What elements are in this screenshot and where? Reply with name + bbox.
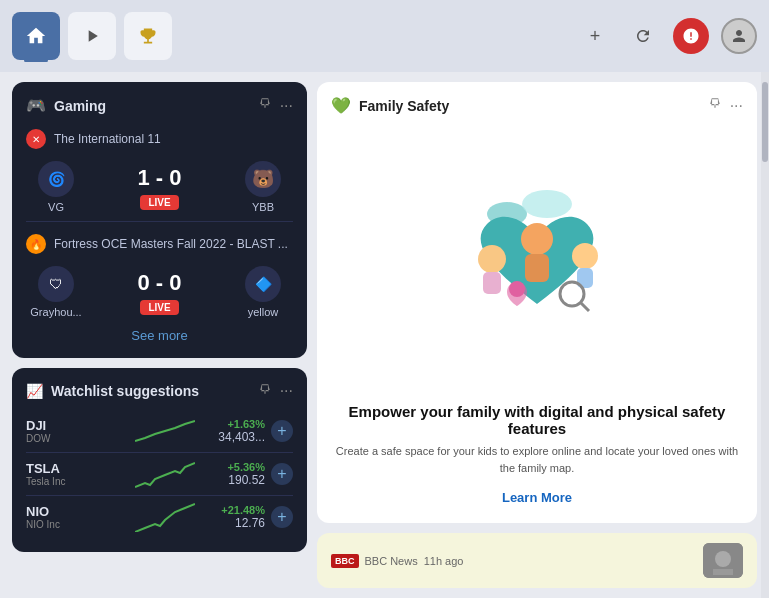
tournament-2-name: Fortress OCE Masters Fall 2022 - BLAST .… (54, 237, 288, 251)
team-grayhound-name: Grayhou... (30, 306, 81, 318)
svg-point-4 (521, 223, 553, 255)
match-1-row: 🌀 VG 1 - 0 LIVE 🐻 YBB (26, 161, 293, 213)
stock-row-nio: NIO NIO Inc +21.48% 12.76 + (26, 496, 293, 538)
watchlist-more-button[interactable]: ··· (280, 382, 293, 400)
stock-chart-tsla (135, 459, 195, 489)
add-stock-nio-button[interactable]: + (271, 506, 293, 528)
topbar: + (0, 0, 769, 72)
team-ybb-logo: 🐻 (245, 161, 281, 197)
team-ybb: 🐻 YBB (233, 161, 293, 213)
stock-price-dji: 34,403... (195, 430, 265, 444)
svg-rect-13 (713, 569, 733, 575)
account-button[interactable] (721, 18, 757, 54)
match-1-live-badge: LIVE (140, 195, 178, 210)
family-svg (437, 184, 637, 334)
gaming-icon: 🎮 (26, 96, 46, 115)
match-2-score: 0 - 0 (137, 270, 181, 296)
news-source-label: BBC News (365, 555, 418, 567)
match-1-score: 1 - 0 (137, 165, 181, 191)
svg-point-12 (715, 551, 731, 567)
tournament-1-name: The International 11 (54, 132, 161, 146)
stock-right-nio: +21.48% 12.76 (195, 504, 265, 530)
add-tab-button[interactable]: + (577, 18, 613, 54)
team-vg-name: VG (48, 201, 64, 213)
tournament-1-row: ✕ The International 11 (26, 125, 293, 153)
left-column: 🎮 Gaming ··· ✕ The International 11 🌀 VG (12, 82, 307, 588)
svg-point-2 (478, 245, 506, 273)
team-ybb-name: YBB (252, 201, 274, 213)
news-source: BBC BBC News 11h ago (331, 554, 463, 568)
family-pin-button[interactable] (708, 97, 722, 114)
tournament-2-icon: 🔥 (26, 234, 46, 254)
match-2-live-badge: LIVE (140, 300, 178, 315)
stock-right-tsla: +5.36% 190.52 (195, 461, 265, 487)
news-time: 11h ago (424, 555, 464, 567)
stock-price-tsla: 190.52 (195, 473, 265, 487)
watchlist-icon: 📈 (26, 383, 43, 399)
svg-point-6 (572, 243, 598, 269)
stock-ticker-tsla: TSLA (26, 461, 135, 476)
stock-ticker-nio: NIO (26, 504, 135, 519)
team-yellow-name: yellow (248, 306, 279, 318)
family-more-button[interactable]: ··· (730, 97, 743, 115)
stock-info-nio: NIO NIO Inc (26, 504, 135, 530)
family-safety-title: Family Safety (359, 98, 700, 114)
tab-home[interactable] (12, 12, 60, 60)
add-stock-tsla-button[interactable]: + (271, 463, 293, 485)
stock-change-dji: +1.63% (195, 418, 265, 430)
stock-chart-nio (135, 502, 195, 532)
svg-rect-5 (525, 254, 549, 282)
gaming-card-header: 🎮 Gaming ··· (26, 96, 293, 115)
gaming-title: Gaming (54, 98, 250, 114)
learn-more-button[interactable]: Learn More (502, 486, 572, 509)
team-grayhound: 🛡 Grayhou... (26, 266, 86, 318)
refresh-button[interactable] (625, 18, 661, 54)
family-description: Create a safe space for your kids to exp… (331, 443, 743, 476)
gaming-card: 🎮 Gaming ··· ✕ The International 11 🌀 VG (12, 82, 307, 358)
stock-row-dji: DJI DOW +1.63% 34,403... + (26, 410, 293, 453)
stock-info-tsla: TSLA Tesla Inc (26, 461, 135, 487)
scrollbar[interactable] (761, 72, 769, 598)
gaming-pin-button[interactable] (258, 97, 272, 114)
team-vg-logo: 🌀 (38, 161, 74, 197)
tournament-1-icon: ✕ (26, 129, 46, 149)
match-2-row: 🛡 Grayhou... 0 - 0 LIVE 🔷 yellow (26, 266, 293, 318)
scrollbar-thumb (762, 82, 768, 162)
svg-point-1 (522, 190, 572, 218)
bbc-logo: BBC (331, 554, 359, 568)
see-more-button[interactable]: See more (26, 328, 293, 343)
family-safety-icon: 💚 (331, 96, 351, 115)
stock-exchange-nio: NIO Inc (26, 519, 135, 530)
right-column: 💚 Family Safety ··· (317, 82, 757, 588)
watchlist-title: Watchlist suggestions (51, 383, 250, 399)
add-stock-dji-button[interactable]: + (271, 420, 293, 442)
tournament-2-row: 🔥 Fortress OCE Masters Fall 2022 - BLAST… (26, 230, 293, 258)
team-vg: 🌀 VG (26, 161, 86, 213)
stock-price-nio: 12.76 (195, 516, 265, 530)
family-illustration (331, 125, 743, 393)
watchlist-card: 📈 Watchlist suggestions ··· DJI DOW +1.6… (12, 368, 307, 552)
news-card[interactable]: BBC BBC News 11h ago (317, 533, 757, 588)
stock-change-nio: +21.48% (195, 504, 265, 516)
stock-change-tsla: +5.36% (195, 461, 265, 473)
stock-row-tsla: TSLA Tesla Inc +5.36% 190.52 + (26, 453, 293, 496)
tab-trophy[interactable] (124, 12, 172, 60)
family-card-header: 💚 Family Safety ··· (331, 96, 743, 115)
family-heading: Empower your family with digital and phy… (331, 403, 743, 437)
team-yellow: 🔷 yellow (233, 266, 293, 318)
stock-chart-dji (135, 416, 195, 446)
svg-line-10 (580, 302, 589, 311)
notification-button[interactable] (673, 18, 709, 54)
family-safety-card: 💚 Family Safety ··· (317, 82, 757, 523)
team-grayhound-logo: 🛡 (38, 266, 74, 302)
match-2-center: 0 - 0 LIVE (137, 270, 181, 315)
watchlist-header: 📈 Watchlist suggestions ··· (26, 382, 293, 400)
tab-video[interactable] (68, 12, 116, 60)
stock-ticker-dji: DJI (26, 418, 135, 433)
stock-right-dji: +1.63% 34,403... (195, 418, 265, 444)
match-1-center: 1 - 0 LIVE (137, 165, 181, 210)
main-content: 🎮 Gaming ··· ✕ The International 11 🌀 VG (0, 72, 769, 598)
news-thumbnail (703, 543, 743, 578)
gaming-more-button[interactable]: ··· (280, 97, 293, 115)
watchlist-pin-button[interactable] (258, 383, 272, 400)
